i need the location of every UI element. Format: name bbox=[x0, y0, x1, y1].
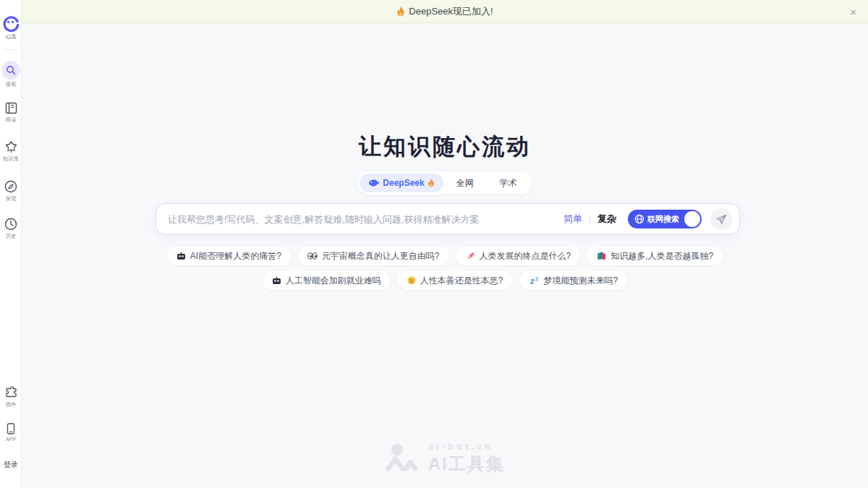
suggestion-chip[interactable]: 人工智能会加剧就业难吗 bbox=[263, 271, 391, 290]
banner-text: DeepSeek现已加入! bbox=[409, 5, 493, 18]
tab-academic[interactable]: 学术 bbox=[487, 174, 530, 192]
chip-label: 人性本善还是性本恶? bbox=[420, 275, 503, 287]
tab-deepseek[interactable]: DeepSeek bbox=[359, 174, 443, 192]
sidebar-item-history[interactable]: 历史 bbox=[0, 217, 22, 241]
suggestion-row-1: AI能否理解人类的痛苦? 元宇宙概念真的让人更自由吗? 人类发展的终点是什么? … bbox=[22, 247, 868, 265]
sidebar-item-discover[interactable]: 发现 bbox=[0, 179, 22, 203]
sidebar-item-knowledge[interactable]: 知识库 bbox=[0, 140, 22, 163]
sidebar-item-label: 搜索 bbox=[6, 81, 17, 88]
globe-icon bbox=[634, 214, 644, 224]
aibot-logo-icon bbox=[385, 443, 420, 474]
flame-icon bbox=[396, 7, 405, 17]
watermark-title: AI工具集 bbox=[428, 453, 505, 476]
mode-complex-button[interactable]: 复杂 bbox=[597, 213, 616, 226]
chip-label: 元宇宙概念真的让人更自由吗? bbox=[322, 250, 440, 262]
sidebar-item-label: 发现 bbox=[6, 195, 17, 202]
history-icon bbox=[4, 217, 18, 231]
sidebar-item-label: 插件 bbox=[6, 401, 17, 408]
books-icon bbox=[597, 252, 606, 260]
face-icon bbox=[407, 276, 416, 285]
rocket-icon bbox=[466, 252, 475, 261]
watermark-url: ai-bot.cn bbox=[428, 441, 505, 452]
sidebar-item-search[interactable]: 搜索 bbox=[0, 61, 22, 89]
whale-icon bbox=[368, 179, 380, 187]
mode-separator: | bbox=[589, 214, 591, 224]
web-search-toggle[interactable]: 联网搜索 bbox=[628, 210, 702, 228]
knowledge-icon bbox=[4, 140, 18, 154]
zzz-icon bbox=[529, 276, 540, 285]
mode-simple-button[interactable]: 简单 bbox=[563, 213, 582, 226]
chip-label: 梦境能预测未来吗? bbox=[544, 275, 618, 287]
suggestion-chip[interactable]: 知识越多,人类是否越孤独? bbox=[587, 247, 723, 265]
announcement-banner: DeepSeek现已加入! × bbox=[22, 0, 868, 23]
suggestion-row-2: 人工智能会加剧就业难吗 人性本善还是性本恶? 梦境能预测未来吗? bbox=[22, 271, 868, 290]
sidebar-item-label: 历史 bbox=[6, 233, 17, 240]
toggle-knob bbox=[684, 211, 700, 227]
sidebar-item-app[interactable]: APP bbox=[0, 422, 22, 443]
flame-icon bbox=[427, 179, 435, 187]
plugin-icon bbox=[4, 386, 18, 400]
sidebar: 心流 搜索 阅读 知识库 发现 历史 插件 bbox=[0, 0, 22, 488]
app-logo[interactable]: 心流 bbox=[0, 14, 22, 41]
suggestion-chip[interactable]: 梦境能预测未来吗? bbox=[520, 271, 628, 290]
chip-label: 知识越多,人类是否越孤独? bbox=[610, 250, 713, 262]
search-mode-tabs: DeepSeek 全网 学术 bbox=[22, 171, 868, 194]
tab-label: DeepSeek bbox=[383, 178, 424, 188]
send-button[interactable] bbox=[710, 208, 732, 230]
compass-icon bbox=[4, 179, 18, 194]
suggestion-chip[interactable]: 人性本善还是性本恶? bbox=[398, 271, 513, 290]
login-label: 登录 bbox=[4, 460, 18, 470]
tab-fullweb[interactable]: 全网 bbox=[443, 174, 487, 192]
suggestion-chip[interactable]: 元宇宙概念真的让人更自由吗? bbox=[298, 247, 449, 265]
robot-icon bbox=[176, 252, 186, 260]
chip-label: 人类发展的终点是什么? bbox=[480, 250, 571, 262]
sidebar-item-read[interactable]: 阅读 bbox=[0, 101, 22, 124]
search-input[interactable] bbox=[168, 214, 563, 225]
web-toggle-label: 联网搜索 bbox=[647, 214, 679, 225]
chip-label: AI能否理解人类的痛苦? bbox=[190, 250, 281, 262]
eyes-icon bbox=[307, 252, 318, 260]
tab-label: 全网 bbox=[456, 177, 474, 189]
logo-label: 心流 bbox=[6, 33, 17, 40]
paper-plane-icon bbox=[716, 214, 727, 225]
book-icon bbox=[4, 101, 18, 115]
suggestion-chip[interactable]: AI能否理解人类的痛苦? bbox=[167, 247, 291, 265]
sidebar-item-login[interactable]: 登录 bbox=[0, 460, 22, 470]
phone-icon bbox=[4, 422, 17, 435]
robot-icon bbox=[272, 276, 281, 285]
page-title: 让知识随心流动 bbox=[22, 132, 868, 162]
suggestion-chip[interactable]: 人类发展的终点是什么? bbox=[456, 247, 581, 265]
tab-label: 学术 bbox=[500, 177, 517, 189]
close-icon[interactable]: × bbox=[850, 0, 856, 23]
watermark: ai-bot.cn AI工具集 bbox=[22, 441, 868, 476]
smiley-logo-icon bbox=[2, 14, 20, 32]
search-bar: 简单 | 复杂 联网搜索 bbox=[156, 203, 740, 235]
sidebar-item-label: 知识库 bbox=[3, 155, 19, 163]
sidebar-item-label: APP bbox=[6, 437, 17, 442]
search-icon bbox=[1, 61, 20, 80]
sidebar-item-plugins[interactable]: 插件 bbox=[0, 386, 22, 409]
sidebar-divider bbox=[4, 49, 18, 50]
sidebar-item-label: 阅读 bbox=[6, 116, 17, 124]
chip-label: 人工智能会加剧就业难吗 bbox=[286, 275, 381, 287]
